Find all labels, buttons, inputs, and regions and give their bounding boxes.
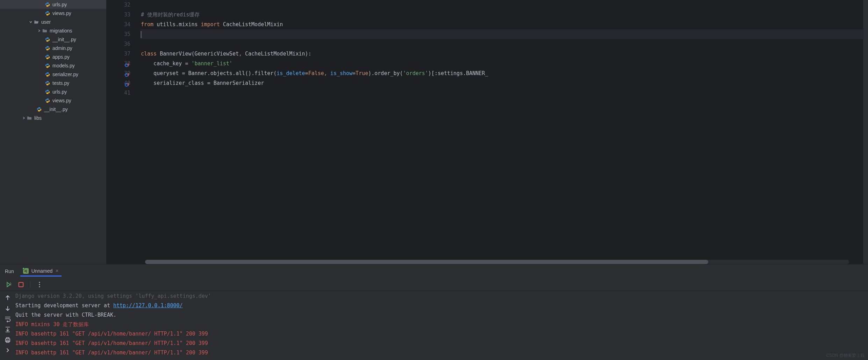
tree-item[interactable]: __init__.py bbox=[0, 105, 106, 113]
up-icon[interactable] bbox=[4, 294, 11, 301]
code-editor[interactable]: 32333435363738394041 # 使用封装的redis缓存from … bbox=[107, 0, 868, 264]
folder-icon bbox=[27, 115, 32, 121]
console-line: INFO basehttp 161 "GET /api/v1/home/bann… bbox=[15, 329, 868, 339]
tree-item[interactable]: tests.py bbox=[0, 79, 106, 87]
tree-item[interactable]: user bbox=[0, 17, 106, 26]
line-number[interactable]: 40 bbox=[107, 78, 130, 88]
console-line: INFO basehttp 161 "GET /api/v1/home/bann… bbox=[15, 348, 868, 358]
code-line[interactable]: cache_key = 'banner_list' bbox=[141, 59, 863, 68]
code-line[interactable]: queryset = Banner.objects.all().filter(i… bbox=[141, 68, 863, 78]
tree-item-label: libs bbox=[34, 115, 42, 121]
tree-item[interactable]: libs bbox=[0, 113, 106, 122]
tree-item[interactable]: urls.py bbox=[0, 87, 106, 96]
tree-item[interactable]: models.py bbox=[0, 61, 106, 70]
tree-item-label: tests.py bbox=[52, 80, 69, 86]
chevron-right-icon[interactable] bbox=[36, 29, 42, 32]
soft-wrap-icon[interactable] bbox=[4, 315, 11, 322]
tree-item-label: serializer.py bbox=[52, 72, 78, 77]
svg-point-5 bbox=[39, 284, 40, 285]
console-line: INFO mixins 30 走了数据库 bbox=[15, 320, 868, 329]
python-file-icon bbox=[45, 37, 50, 42]
tree-item[interactable]: apps.py bbox=[0, 52, 106, 61]
line-number[interactable]: 34 bbox=[107, 20, 130, 29]
more-icon[interactable] bbox=[36, 281, 43, 288]
text-cursor bbox=[141, 31, 141, 38]
django-icon: dj bbox=[23, 268, 29, 274]
line-number[interactable]: 39 bbox=[107, 68, 130, 78]
run-tab-label: Unnamed bbox=[31, 268, 53, 274]
down-icon[interactable] bbox=[4, 305, 11, 312]
stop-icon[interactable] bbox=[17, 281, 24, 288]
python-file-icon bbox=[36, 106, 42, 112]
code-line[interactable]: serializer_class = BannerSerializer bbox=[141, 78, 863, 88]
python-file-icon bbox=[45, 45, 50, 51]
python-file-icon bbox=[45, 54, 50, 60]
svg-rect-3 bbox=[19, 282, 23, 287]
svg-point-6 bbox=[39, 286, 40, 287]
console-link[interactable]: http://127.0.0.1:8000/ bbox=[113, 302, 183, 309]
code-line[interactable] bbox=[141, 88, 863, 98]
watermark: CSDN @糖果爱上我 bbox=[826, 353, 865, 359]
rerun-icon[interactable] bbox=[5, 281, 12, 288]
line-number[interactable]: 37 bbox=[107, 49, 130, 59]
code-line[interactable]: class BannerView(GenericViewSet, CacheLi… bbox=[141, 49, 863, 59]
horizontal-scrollbar[interactable] bbox=[145, 260, 849, 264]
tree-item[interactable]: urls.py bbox=[0, 0, 106, 9]
code-line[interactable] bbox=[141, 0, 863, 10]
close-icon[interactable]: × bbox=[55, 268, 58, 274]
python-file-icon bbox=[45, 2, 50, 7]
tree-item[interactable]: admin.py bbox=[0, 44, 106, 52]
project-tree[interactable]: urls.pyviews.pyusermigrations__init__.py… bbox=[0, 0, 107, 264]
line-number[interactable]: 32 bbox=[107, 0, 130, 10]
chevron-right-icon[interactable] bbox=[21, 116, 27, 120]
tree-item[interactable]: views.py bbox=[0, 9, 106, 17]
editor-content[interactable]: # 使用封装的redis缓存from utills.mixins import … bbox=[138, 0, 863, 264]
console-output[interactable]: Django version 3.2.20, using settings 'l… bbox=[15, 291, 868, 360]
python-file-icon bbox=[45, 63, 50, 68]
console-line: Django version 3.2.20, using settings 'l… bbox=[15, 292, 868, 301]
console-line: INFO basehttp 161 "GET /api/v1/home/bann… bbox=[15, 339, 868, 348]
print-icon[interactable] bbox=[4, 336, 11, 343]
console-line: Quit the server with CTRL-BREAK. bbox=[15, 310, 868, 320]
tree-item-label: user bbox=[41, 19, 51, 25]
tree-item-label: urls.py bbox=[52, 2, 67, 7]
override-icon[interactable] bbox=[125, 71, 130, 76]
line-number[interactable]: 38 bbox=[107, 59, 130, 68]
chevron-down-icon[interactable] bbox=[28, 20, 34, 24]
scroll-to-end-icon[interactable] bbox=[4, 326, 11, 333]
tree-item[interactable]: __init__.py bbox=[0, 35, 106, 44]
python-file-icon bbox=[45, 10, 50, 16]
code-line[interactable] bbox=[141, 39, 863, 49]
code-line[interactable]: from utills.mixins import CacheListModel… bbox=[141, 20, 863, 29]
chevron-right-icon[interactable] bbox=[4, 347, 11, 354]
python-file-icon bbox=[45, 80, 50, 86]
python-file-icon bbox=[45, 72, 50, 77]
run-toolbar bbox=[0, 278, 868, 291]
toolbar-divider bbox=[30, 281, 30, 288]
tree-item-label: apps.py bbox=[52, 54, 70, 60]
svg-rect-8 bbox=[6, 338, 9, 339]
run-tool-window: Run dj Unnamed × Django version 3.2.20, … bbox=[0, 264, 868, 360]
run-label[interactable]: Run bbox=[5, 269, 14, 274]
line-number[interactable]: 41 bbox=[107, 88, 130, 98]
line-number[interactable]: 36 bbox=[107, 39, 130, 49]
tree-item[interactable]: views.py bbox=[0, 96, 106, 105]
override-icon[interactable] bbox=[125, 81, 130, 86]
override-icon[interactable] bbox=[125, 61, 130, 66]
tree-item-label: __init__.py bbox=[52, 37, 76, 42]
tree-item[interactable]: serializer.py bbox=[0, 70, 106, 79]
code-line[interactable]: # 使用封装的redis缓存 bbox=[141, 10, 863, 20]
editor-gutter: 32333435363738394041 bbox=[107, 0, 138, 264]
line-number[interactable]: 35 bbox=[107, 29, 130, 39]
svg-point-4 bbox=[39, 282, 40, 283]
tree-item-label: views.py bbox=[52, 10, 71, 16]
folder-icon bbox=[42, 28, 48, 34]
run-tab-unnamed[interactable]: dj Unnamed × bbox=[20, 266, 62, 277]
folder-open-icon bbox=[34, 19, 39, 25]
tree-item[interactable]: migrations bbox=[0, 26, 106, 35]
tree-item-label: views.py bbox=[52, 98, 71, 103]
line-number[interactable]: 33 bbox=[107, 10, 130, 20]
tree-item-label: models.py bbox=[52, 63, 75, 68]
scrollbar-thumb[interactable] bbox=[145, 260, 708, 264]
code-line[interactable] bbox=[141, 29, 863, 39]
